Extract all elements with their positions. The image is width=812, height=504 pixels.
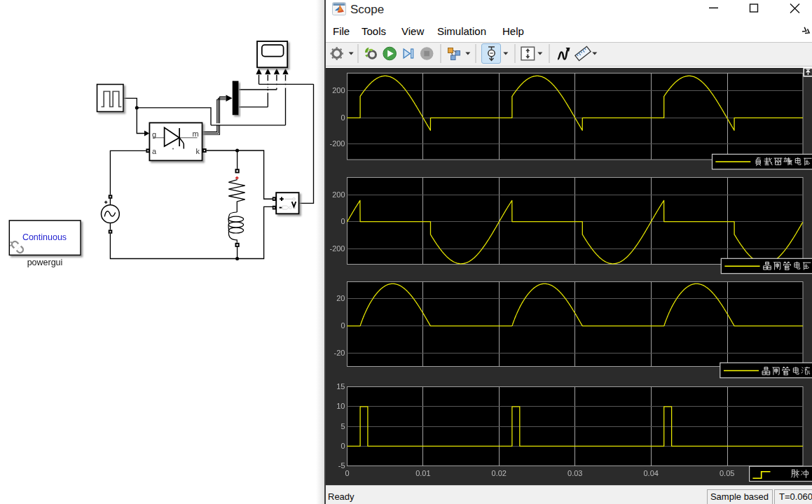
- svg-text:g: g: [152, 130, 156, 139]
- svg-text:k: k: [196, 147, 200, 155]
- svg-text:m: m: [193, 130, 199, 138]
- svg-text:a: a: [152, 147, 157, 155]
- svg-text:powergui: powergui: [27, 258, 63, 267]
- svg-text:Continuous: Continuous: [22, 232, 67, 242]
